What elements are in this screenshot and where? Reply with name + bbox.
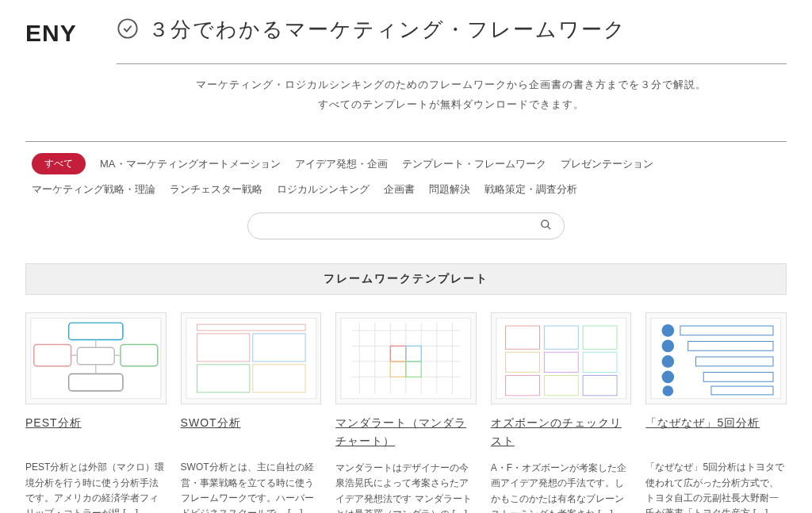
site-title: ３分でわかるマーケティング・フレームワーク [148, 16, 626, 44]
category-item[interactable]: ランチェスター戦略 [170, 179, 262, 200]
card-description: 「なぜなぜ」5回分析はトヨタで使われて広がった分析方式で、トヨタ自工の元副社長大… [645, 460, 787, 513]
subtitle-line: すべてのテンプレートが無料ダウンロードできます。 [117, 95, 787, 115]
card: SWOT分析 SWOT分析とは、主に自社の経営・事業戦略を立てる時に使うフレーム… [181, 312, 322, 513]
category-item[interactable]: 問題解決 [429, 179, 470, 200]
category-tabs: すべて MA・マーケティングオートメーション アイデア発想・企画 テンプレート・… [25, 153, 787, 200]
card-thumbnail[interactable] [335, 312, 477, 404]
card-thumbnail[interactable] [491, 312, 632, 404]
card-title-link[interactable]: オズボーンのチェックリスト [491, 414, 632, 450]
card-title-link[interactable]: マンダラート（マンダラチャート） [335, 414, 477, 450]
card-description: PEST分析とは外部（マクロ）環境分析を行う時に使う分析手法です。アメリカの経済… [25, 460, 167, 513]
category-item[interactable]: アイデア発想・企画 [295, 154, 388, 174]
category-item[interactable]: MA・マーケティングオートメーション [100, 154, 281, 174]
card: 「なぜなぜ」5回分析 「なぜなぜ」5回分析はトヨタで使われて広がった分析方式で、… [645, 312, 787, 513]
card-description: A・F・オズボーンが考案した企画アイデア発想の手法です。しかもこのかたは有名なブ… [491, 461, 632, 513]
card-thumbnail[interactable] [25, 312, 167, 404]
search-input[interactable] [247, 212, 565, 239]
card-thumbnail[interactable] [181, 312, 322, 404]
svg-line-2 [547, 227, 550, 230]
subtitle-line: マーケティング・ロジカルシンキングのためのフレームワークから企画書の書き方までを… [117, 75, 787, 95]
svg-point-1 [542, 220, 549, 228]
card-title-link[interactable]: SWOT分析 [181, 414, 322, 449]
card: PEST分析 PEST分析とは外部（マクロ）環境分析を行う時に使う分析手法です。… [25, 312, 167, 513]
card-thumbnail[interactable] [645, 312, 787, 404]
card: マンダラート（マンダラチャート） マンダラートはデザイナーの今泉浩晃氏によって考… [335, 312, 477, 513]
card: オズボーンのチェックリスト A・F・オズボーンが考案した企画アイデア発想の手法で… [491, 312, 632, 513]
search-box [247, 212, 565, 239]
card-description: SWOT分析とは、主に自社の経営・事業戦略を立てる時に使うフレームワークです。ハ… [181, 460, 322, 513]
svg-point-44 [662, 355, 675, 368]
card-grid: PEST分析 PEST分析とは外部（マクロ）環境分析を行う時に使う分析手法です。… [25, 312, 787, 513]
svg-point-45 [662, 371, 675, 384]
category-item[interactable]: 企画書 [384, 179, 415, 200]
search-icon [540, 221, 552, 233]
svg-rect-3 [31, 319, 161, 399]
category-item[interactable]: ロジカルシンキング [277, 179, 370, 200]
section-heading: フレームワークテンプレート [25, 263, 787, 295]
subtitle: マーケティング・ロジカルシンキングのためのフレームワークから企画書の書き方までを… [117, 64, 787, 125]
header: ENY ３分でわかるマーケティング・フレームワーク マーケティング・ロジカルシン… [25, 16, 787, 125]
category-item[interactable]: プレゼンテーション [561, 154, 653, 174]
card-description: マンダラートはデザイナーの今泉浩晃氏によって考案さらたアイデア発想法です マンダ… [335, 461, 477, 513]
category-item[interactable]: マーケティング戦略・理論 [32, 179, 155, 200]
svg-rect-31 [496, 319, 626, 399]
search-button[interactable] [537, 216, 555, 236]
svg-point-43 [662, 340, 675, 353]
card-title-link[interactable]: 「なぜなぜ」5回分析 [645, 414, 787, 449]
site-logo[interactable]: ENY [25, 16, 77, 47]
category-item[interactable]: 戦略策定・調査分析 [485, 179, 577, 200]
svg-point-42 [662, 324, 675, 337]
card-title-link[interactable]: PEST分析 [25, 414, 167, 449]
svg-point-0 [118, 19, 136, 37]
category-item[interactable]: テンプレート・フレームワーク [402, 154, 546, 174]
clock-icon [117, 17, 139, 43]
category-all[interactable]: すべて [32, 153, 86, 174]
svg-point-46 [663, 386, 674, 397]
